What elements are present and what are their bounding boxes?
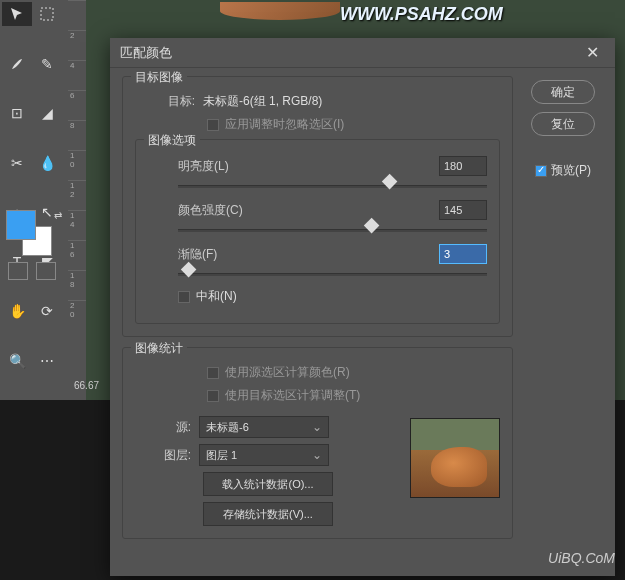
more-tools[interactable]: ⋯ xyxy=(32,349,62,373)
source-thumbnail xyxy=(410,418,500,498)
intensity-slider[interactable] xyxy=(178,224,487,238)
zoom-percent: 66.67 xyxy=(74,380,99,391)
thumbnail-fox-icon xyxy=(431,447,487,487)
reset-button[interactable]: 复位 xyxy=(531,112,595,136)
use-target-sel-label: 使用目标选区计算调整(T) xyxy=(225,387,360,404)
color-chips: ⇄ xyxy=(6,210,62,258)
rotate-tool[interactable]: ⟳ xyxy=(32,299,62,323)
zoom-tool[interactable]: 🔍 xyxy=(2,349,32,373)
swap-colors-icon[interactable]: ⇄ xyxy=(54,210,62,221)
match-color-dialog: 匹配颜色 ✕ 目标图像 目标: 未标题-6(组 1, RGB/8) 应用调整时忽… xyxy=(110,38,615,576)
fade-input[interactable] xyxy=(439,244,487,264)
use-source-sel-label: 使用源选区计算颜色(R) xyxy=(225,364,350,381)
layer-select[interactable]: 图层 1 xyxy=(199,444,329,466)
fg-color-chip[interactable] xyxy=(6,210,36,240)
screen-mode-icons xyxy=(8,262,56,280)
fade-label: 渐隐(F) xyxy=(178,246,217,263)
blur-tool[interactable]: 💧 xyxy=(32,151,62,175)
intensity-input[interactable] xyxy=(439,200,487,220)
target-value: 未标题-6(组 1, RGB/8) xyxy=(203,93,322,110)
use-target-sel-checkbox xyxy=(207,390,219,402)
fade-slider[interactable] xyxy=(178,268,487,282)
pencil-tool[interactable]: ✎ xyxy=(32,52,62,76)
target-group-title: 目标图像 xyxy=(131,69,187,86)
close-icon[interactable]: ✕ xyxy=(580,43,605,62)
dialog-titlebar[interactable]: 匹配颜色 ✕ xyxy=(110,38,615,68)
load-stats-button[interactable]: 载入统计数据(O)... xyxy=(203,472,333,496)
svg-rect-0 xyxy=(41,8,53,20)
stats-group-title: 图像统计 xyxy=(131,340,187,357)
options-group-title: 图像选项 xyxy=(144,132,200,149)
fullscreen-mode-icon[interactable] xyxy=(36,262,56,280)
dialog-title: 匹配颜色 xyxy=(120,44,580,62)
save-stats-button[interactable]: 存储统计数据(V)... xyxy=(203,502,333,526)
vertical-ruler: 2468101214161820 xyxy=(68,0,86,400)
luminance-input[interactable] xyxy=(439,156,487,176)
source-label: 源: xyxy=(135,419,191,436)
watermark-bottom: UiBQ.CoM xyxy=(548,550,615,566)
ignore-selection-checkbox xyxy=(207,119,219,131)
source-select[interactable]: 未标题-6 xyxy=(199,416,329,438)
standard-mode-icon[interactable] xyxy=(8,262,28,280)
target-image-group: 目标图像 目标: 未标题-6(组 1, RGB/8) 应用调整时忽略选区(I) … xyxy=(122,76,513,337)
layer-label: 图层: xyxy=(135,447,191,464)
crop-tool[interactable]: ✂ xyxy=(2,151,32,175)
hand-tool[interactable]: ✋ xyxy=(2,299,32,323)
intensity-label: 颜色强度(C) xyxy=(178,202,243,219)
toolbox-panel: ✎ ⊡ ◢ ✂ 💧 ✒ ↖ T ◤ ✋ ⟳ 🔍 ⋯ xyxy=(0,0,68,400)
move-tool[interactable] xyxy=(2,2,32,26)
image-stats-group: 图像统计 使用源选区计算颜色(R) 使用目标选区计算调整(T) 源: 未标题-6 xyxy=(122,347,513,539)
canvas-image-hint xyxy=(220,2,340,20)
neutralize-checkbox[interactable] xyxy=(178,291,190,303)
luminance-label: 明亮度(L) xyxy=(178,158,229,175)
image-options-group: 图像选项 明亮度(L) 颜色强度(C) xyxy=(135,139,500,324)
use-source-sel-checkbox xyxy=(207,367,219,379)
clone-tool[interactable]: ⊡ xyxy=(2,101,32,125)
target-label: 目标: xyxy=(135,93,195,110)
watermark-top: WWW.PSAHZ.COM xyxy=(340,4,503,25)
preview-label: 预览(P) xyxy=(551,162,591,179)
ignore-selection-label: 应用调整时忽略选区(I) xyxy=(225,116,344,133)
preview-checkbox[interactable] xyxy=(535,165,547,177)
ok-button[interactable]: 确定 xyxy=(531,80,595,104)
luminance-slider[interactable] xyxy=(178,180,487,194)
neutralize-label: 中和(N) xyxy=(196,288,237,305)
marquee-tool[interactable] xyxy=(32,2,62,26)
eyedropper-tool[interactable]: ◢ xyxy=(32,101,62,125)
brush-tool[interactable] xyxy=(2,52,32,76)
